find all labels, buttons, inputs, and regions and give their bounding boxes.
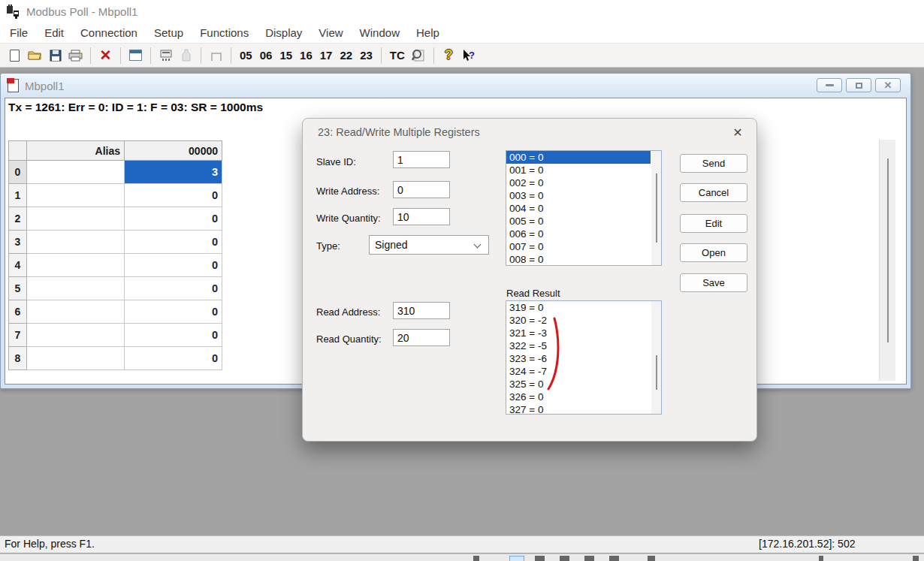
alias-cell[interactable] <box>27 324 125 347</box>
list-item[interactable]: 320 = -2 <box>506 314 651 327</box>
value-cell[interactable]: 0 <box>125 254 222 277</box>
alias-cell[interactable] <box>27 207 125 231</box>
list-item[interactable]: 324 = -7 <box>506 365 651 378</box>
function-15-button[interactable]: 15 <box>276 49 296 62</box>
dialog-close-button[interactable]: ✕ <box>729 124 746 140</box>
value-cell[interactable]: 0 <box>125 207 222 231</box>
new-file-icon[interactable] <box>5 46 25 65</box>
alias-cell[interactable] <box>27 277 125 300</box>
menu-edit[interactable]: Edit <box>36 26 72 39</box>
print-preview-icon[interactable] <box>409 46 429 65</box>
list-item[interactable]: 321 = -3 <box>506 327 651 339</box>
menu-help[interactable]: Help <box>408 26 448 39</box>
grid-header-alias[interactable]: Alias <box>27 141 125 161</box>
menu-display[interactable]: Display <box>257 26 310 39</box>
row-number[interactable]: 3 <box>9 231 27 254</box>
test-center-button[interactable]: TC <box>386 49 409 62</box>
alias-cell[interactable] <box>27 300 125 324</box>
list-item[interactable]: 326 = 0 <box>506 391 651 403</box>
minimize-button[interactable] <box>817 78 842 92</box>
alias-cell[interactable] <box>27 231 125 254</box>
slave-id-field[interactable] <box>393 151 450 168</box>
print-icon[interactable] <box>65 46 86 65</box>
value-cell[interactable]: 0 <box>125 347 222 370</box>
alias-cell[interactable] <box>27 254 125 277</box>
restore-button[interactable] <box>846 78 871 92</box>
list-item[interactable]: 325 = 0 <box>506 378 651 391</box>
function-17-button[interactable]: 17 <box>316 49 337 62</box>
alias-cell[interactable] <box>27 161 125 184</box>
list-item[interactable]: 006 = 0 <box>506 228 651 240</box>
cancel-button[interactable]: Cancel <box>680 183 747 202</box>
scrollbar-thumb[interactable] <box>656 173 657 243</box>
open-button[interactable]: Open <box>680 243 747 262</box>
value-cell[interactable]: 0 <box>125 231 222 254</box>
menu-file[interactable]: File <box>2 26 36 39</box>
write-list-scrollbar[interactable] <box>651 151 661 265</box>
disconnect-icon[interactable]: ✕ <box>95 46 116 65</box>
row-number[interactable]: 7 <box>9 324 27 347</box>
save-icon[interactable] <box>45 46 65 65</box>
value-cell[interactable]: 0 <box>125 300 222 324</box>
menu-view[interactable]: View <box>310 26 351 39</box>
write-address-field[interactable] <box>393 181 450 198</box>
list-item[interactable]: 002 = 0 <box>506 176 651 189</box>
function-06-button[interactable]: 06 <box>256 49 276 62</box>
write-registers-list[interactable]: 000 = 0 001 = 0 002 = 0 003 = 0 004 = 0 … <box>506 150 662 266</box>
menu-functions[interactable]: Functions <box>192 26 257 39</box>
read-result-list[interactable]: 319 = 0 320 = -2 321 = -3 322 = -5 323 =… <box>506 300 662 415</box>
alias-cell[interactable] <box>27 347 125 370</box>
value-cell-selected[interactable]: 3 <box>125 161 222 184</box>
row-number[interactable]: 2 <box>9 207 27 231</box>
grid-vertical-scrollbar[interactable] <box>879 140 895 381</box>
mbpoll1-title-bar[interactable]: Mbpoll1 <box>1 74 910 98</box>
function-05-button[interactable]: 05 <box>236 49 256 62</box>
menu-setup[interactable]: Setup <box>146 26 192 39</box>
read-address-field[interactable] <box>393 302 450 319</box>
value-cell[interactable]: 0 <box>125 184 222 207</box>
write-quantity-field[interactable] <box>393 208 450 225</box>
edit-button[interactable]: Edit <box>680 214 747 233</box>
close-button[interactable]: ✕ <box>875 78 901 92</box>
row-number[interactable]: 6 <box>9 300 27 324</box>
list-item[interactable]: 327 = 0 <box>506 403 651 416</box>
list-item[interactable]: 001 = 0 <box>506 164 651 176</box>
function-16-button[interactable]: 16 <box>296 49 316 62</box>
alias-cell[interactable] <box>27 184 125 207</box>
list-item[interactable]: 319 = 0 <box>506 301 651 314</box>
list-item[interactable]: 008 = 0 <box>506 253 651 266</box>
communication-traffic-icon[interactable] <box>156 46 176 65</box>
setup-window-icon[interactable] <box>125 46 146 65</box>
value-cell[interactable]: 0 <box>125 277 222 300</box>
list-item[interactable]: 322 = -5 <box>506 339 651 352</box>
list-item[interactable]: 005 = 0 <box>506 215 651 228</box>
list-item[interactable]: 007 = 0 <box>506 240 651 253</box>
function-22-button[interactable]: 22 <box>336 49 356 62</box>
open-file-icon[interactable] <box>25 46 45 65</box>
list-item-selected[interactable]: 000 = 0 <box>506 151 651 164</box>
save-button[interactable]: Save <box>680 273 747 292</box>
value-cell[interactable]: 0 <box>125 324 222 347</box>
read-list-scrollbar[interactable] <box>651 301 661 414</box>
context-help-icon[interactable]: ? <box>459 46 479 65</box>
table-row: 7 0 <box>9 324 222 347</box>
row-number[interactable]: 4 <box>9 254 27 277</box>
row-number[interactable]: 0 <box>9 161 27 184</box>
menu-window[interactable]: Window <box>352 26 408 39</box>
menu-connection[interactable]: Connection <box>72 26 146 39</box>
about-icon[interactable]: ? <box>439 46 459 65</box>
scrollbar-thumb[interactable] <box>656 355 657 390</box>
list-item[interactable]: 003 = 0 <box>506 189 651 202</box>
grid-corner-cell[interactable] <box>9 141 27 161</box>
send-button[interactable]: Send <box>680 154 747 173</box>
row-number[interactable]: 8 <box>9 347 27 370</box>
function-23-button[interactable]: 23 <box>356 49 376 62</box>
read-quantity-field[interactable] <box>393 329 450 346</box>
scrollbar-thumb[interactable] <box>887 158 889 342</box>
type-select[interactable]: Signed <box>369 235 489 255</box>
row-number[interactable]: 5 <box>9 277 27 300</box>
row-number[interactable]: 1 <box>9 184 27 207</box>
list-item[interactable]: 323 = -6 <box>506 352 651 365</box>
grid-header-address[interactable]: 00000 <box>125 141 222 161</box>
list-item[interactable]: 004 = 0 <box>506 202 651 215</box>
